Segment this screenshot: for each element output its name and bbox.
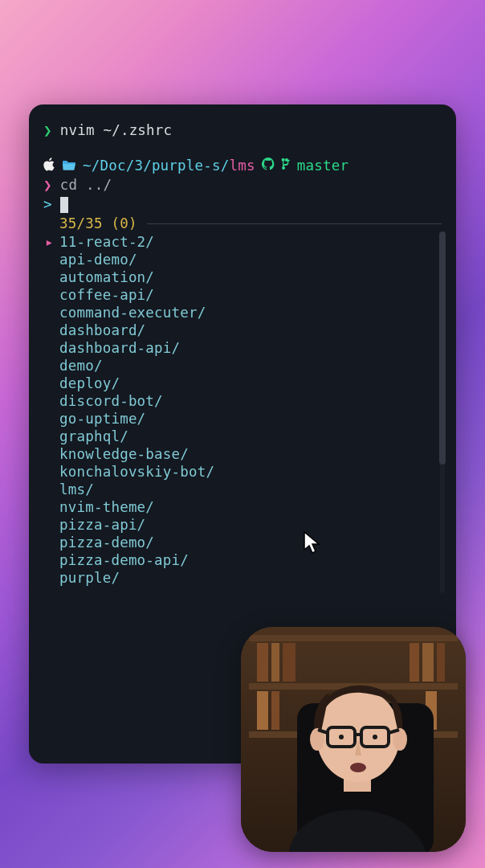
directory-entry: demo/ [59,358,103,375]
directory-entry: graphql/ [59,428,128,446]
directory-entry: discord-bot/ [59,393,163,411]
apple-icon [43,158,55,175]
svg-point-25 [350,763,366,772]
scrollbar-thumb[interactable] [439,231,446,465]
divider [147,223,442,224]
svg-point-24 [373,735,377,739]
directory-entry: coffee-api/ [59,287,154,305]
fzf-result-row[interactable]: ▸pizza-demo/ [43,534,442,552]
svg-point-23 [339,735,344,739]
path-prefix: ~/Doc/3/purple-s/lms [83,158,255,175]
fzf-result-row[interactable]: ▸coffee-api/ [43,287,442,305]
directory-entry: pizza-api/ [59,517,145,534]
svg-rect-6 [283,643,295,682]
directory-entry: dashboard-api/ [59,340,180,358]
text-cursor [60,197,68,213]
directory-entry: api-demo/ [59,252,137,269]
fzf-result-row[interactable]: ▸purple/ [43,570,442,588]
svg-rect-4 [257,643,268,682]
directory-entry: konchalovskiy-bot/ [59,464,214,481]
branch-icon [281,158,291,175]
current-command-text: cd ../ [60,177,112,194]
fzf-counter: 35/35 (0) [59,215,137,233]
directory-entry: command-executer/ [59,305,206,322]
fzf-result-row[interactable]: ▸command-executer/ [43,305,442,322]
webcam-overlay [241,627,466,852]
fzf-result-row[interactable]: ▸dashboard/ [43,322,442,340]
directory-entry: purple/ [59,570,120,588]
directory-entry: nvim-theme/ [59,499,154,517]
fzf-result-row[interactable]: ▸pizza-api/ [43,517,442,534]
fzf-result-row[interactable]: ▸automation/ [43,269,442,287]
svg-rect-11 [271,691,279,730]
directory-entry: pizza-demo-api/ [59,552,189,570]
directory-entry: automation/ [59,269,154,287]
selection-marker-icon: ▸ [45,234,56,252]
fzf-counter-line: 35/35 (0) [43,215,442,233]
fzf-search-line[interactable]: > [43,196,442,214]
history-command-text: nvim ~/.zshrc [60,122,173,140]
fzf-result-row[interactable]: ▸lms/ [43,481,442,499]
folder-icon [62,158,76,174]
fzf-result-row[interactable]: ▸api-demo/ [43,252,442,269]
prompt-arrow-icon: ❯ [43,122,52,140]
prompt-path-line: ~/Doc/3/purple-s/lms master [43,158,442,175]
directory-entry: deploy/ [59,375,120,393]
fzf-result-row[interactable]: ▸graphql/ [43,428,442,446]
history-command-line: ❯ nvim ~/.zshrc [43,122,442,140]
fzf-results-list[interactable]: ▸11-react-2/▸api-demo/▸automation/▸coffe… [43,234,442,588]
directory-entry: 11-react-2/ [59,234,154,252]
fzf-result-row[interactable]: ▸pizza-demo-api/ [43,552,442,570]
current-command-line: ❯ cd ../ [43,177,442,194]
fzf-result-row[interactable]: ▸demo/ [43,358,442,375]
fzf-result-row[interactable]: ▸nvim-theme/ [43,499,442,517]
directory-entry: knowledge-base/ [59,446,189,464]
fzf-result-row[interactable]: ▸go-uptime/ [43,411,442,428]
fzf-result-row[interactable]: ▸deploy/ [43,375,442,393]
directory-entry: dashboard/ [59,322,145,340]
prompt-arrow-icon: ❯ [43,177,52,194]
directory-entry: pizza-demo/ [59,534,154,552]
fzf-result-row[interactable]: ▸konchalovskiy-bot/ [43,464,442,481]
github-icon [262,158,275,174]
fzf-result-row[interactable]: ▸dashboard-api/ [43,340,442,358]
svg-rect-5 [271,643,279,682]
fzf-prompt-icon: > [43,196,52,214]
directory-entry: lms/ [59,481,94,499]
directory-entry: go-uptime/ [59,411,145,428]
svg-rect-1 [249,635,458,641]
svg-rect-7 [410,643,419,682]
svg-rect-8 [422,643,434,682]
svg-rect-9 [437,643,445,682]
svg-rect-10 [257,691,268,730]
fzf-result-row[interactable]: ▸knowledge-base/ [43,446,442,464]
git-branch-name: master [297,158,348,175]
fzf-result-row[interactable]: ▸11-react-2/ [43,234,442,252]
fzf-result-row[interactable]: ▸discord-bot/ [43,393,442,411]
